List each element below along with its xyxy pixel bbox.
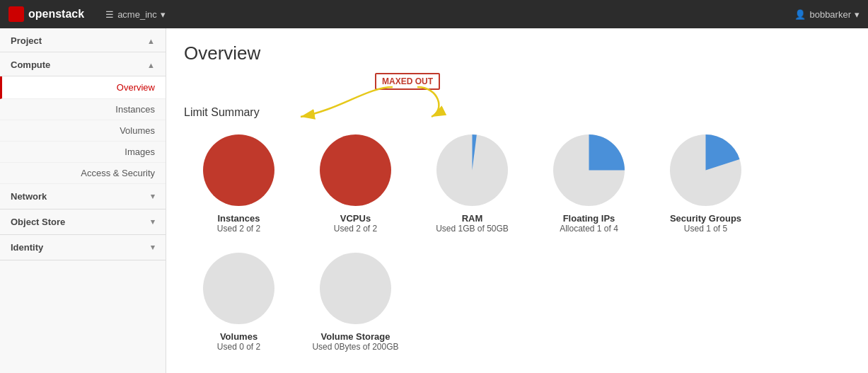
chart-label-0: Instances xyxy=(218,213,260,224)
user-icon: 👤 xyxy=(794,9,806,20)
chart-sublabel-0: Used 2 of 2 xyxy=(217,224,260,234)
svg-point-3 xyxy=(320,134,391,206)
chart-sublabel-1: Used 2 of 2 xyxy=(334,224,377,234)
chart-item-instances: InstancesUsed 2 of 2 xyxy=(184,133,294,234)
chart-label-2: RAM xyxy=(462,213,483,224)
compute-chevron-icon: ▲ xyxy=(147,61,155,69)
chart-label-1: VCPUs xyxy=(340,213,371,224)
chart-item-floating-ips: Floating IPsAllocated 1 of 4 xyxy=(534,133,644,234)
chart-circle-0 xyxy=(202,251,276,326)
svg-point-2 xyxy=(203,134,274,206)
project-dropdown[interactable]: ☰ acme_inc ▾ xyxy=(98,9,173,20)
project-section-label: Project xyxy=(11,35,42,46)
sidebar-section-identity[interactable]: Identity ▾ xyxy=(0,235,166,260)
project-icon: ☰ xyxy=(105,9,114,20)
chart-sublabel-3: Allocated 1 of 4 xyxy=(560,224,618,234)
identity-chevron-icon: ▾ xyxy=(151,243,155,252)
user-dropdown[interactable]: 👤 bobbarker ▾ xyxy=(794,9,860,20)
chart-item-vcpus: VCPUsUsed 2 of 2 xyxy=(301,133,410,234)
sidebar-section-object-store[interactable]: Object Store ▾ xyxy=(0,210,166,235)
main-layout: Project ▲ Compute ▲ Overview Instances V… xyxy=(0,28,868,373)
limit-summary-title: Limit Summary xyxy=(184,106,850,119)
logo-text: openstack xyxy=(28,8,84,21)
chart-circle-3 xyxy=(552,133,626,207)
chart-label-4: Security Groups xyxy=(670,213,741,224)
chart-circle-2 xyxy=(435,133,509,207)
chart-sublabel-0: Used 0 of 2 xyxy=(217,342,260,352)
top-nav: openstack ☰ acme_inc ▾ 👤 bobbarker ▾ xyxy=(0,0,868,28)
chart-sublabel-4: Used 1 of 5 xyxy=(684,224,727,234)
chart-label-1: Volume Storage xyxy=(320,331,390,342)
chart-circle-1 xyxy=(318,133,393,207)
project-chevron: ▾ xyxy=(161,9,166,20)
charts-row-1: InstancesUsed 2 of 2 VCPUsUsed 2 of 2 RA… xyxy=(184,133,850,234)
chart-item-volumes: VolumesUsed 0 of 2 xyxy=(184,251,294,352)
charts-row-2: VolumesUsed 0 of 2 Volume StorageUsed 0B… xyxy=(184,251,850,352)
chart-label-0: Volumes xyxy=(220,331,257,342)
sidebar: Project ▲ Compute ▲ Overview Instances V… xyxy=(0,28,166,373)
user-chevron: ▾ xyxy=(855,9,860,20)
object-store-label: Object Store xyxy=(11,217,65,227)
chart-item-volume-storage: Volume StorageUsed 0Bytes of 200GB xyxy=(301,251,410,352)
chart-label-3: Floating IPs xyxy=(563,213,615,224)
page-title: Overview xyxy=(184,42,850,64)
chart-circle-4 xyxy=(669,133,743,207)
user-name: bobbarker xyxy=(809,9,851,20)
compute-section-label: Compute xyxy=(11,59,50,70)
chart-item-ram: RAMUsed 1GB of 50GB xyxy=(417,133,527,234)
network-label: Network xyxy=(11,191,47,202)
sidebar-section-network[interactable]: Network ▾ xyxy=(0,184,166,210)
chart-item-security-groups: Security GroupsUsed 1 of 5 xyxy=(651,133,760,234)
main-content: Overview MAXED OUT xyxy=(166,28,868,373)
sidebar-section-compute[interactable]: Compute ▲ xyxy=(0,52,166,76)
sidebar-item-access-security[interactable]: Access & Security xyxy=(0,163,166,184)
sidebar-item-images[interactable]: Images xyxy=(0,142,166,163)
svg-point-7 xyxy=(203,253,274,324)
project-name: acme_inc xyxy=(117,9,157,20)
object-store-chevron-icon: ▾ xyxy=(151,217,155,226)
identity-label: Identity xyxy=(11,242,43,253)
logo-square xyxy=(8,6,24,22)
svg-point-8 xyxy=(320,253,391,324)
chart-sublabel-1: Used 0Bytes of 200GB xyxy=(312,342,398,352)
project-chevron-icon: ▲ xyxy=(147,37,155,45)
network-chevron-icon: ▾ xyxy=(151,192,155,201)
maxed-out-badge: MAXED OUT xyxy=(375,73,440,90)
maxed-out-area: MAXED OUT xyxy=(184,67,850,103)
sidebar-item-volumes[interactable]: Volumes xyxy=(0,120,166,142)
chart-circle-1 xyxy=(318,251,393,326)
chart-sublabel-2: Used 1GB of 50GB xyxy=(436,224,509,234)
sidebar-item-overview[interactable]: Overview xyxy=(0,76,166,99)
sidebar-section-project[interactable]: Project ▲ xyxy=(0,28,166,52)
chart-circle-0 xyxy=(202,133,276,207)
logo: openstack xyxy=(8,6,84,22)
sidebar-item-instances[interactable]: Instances xyxy=(0,99,166,120)
